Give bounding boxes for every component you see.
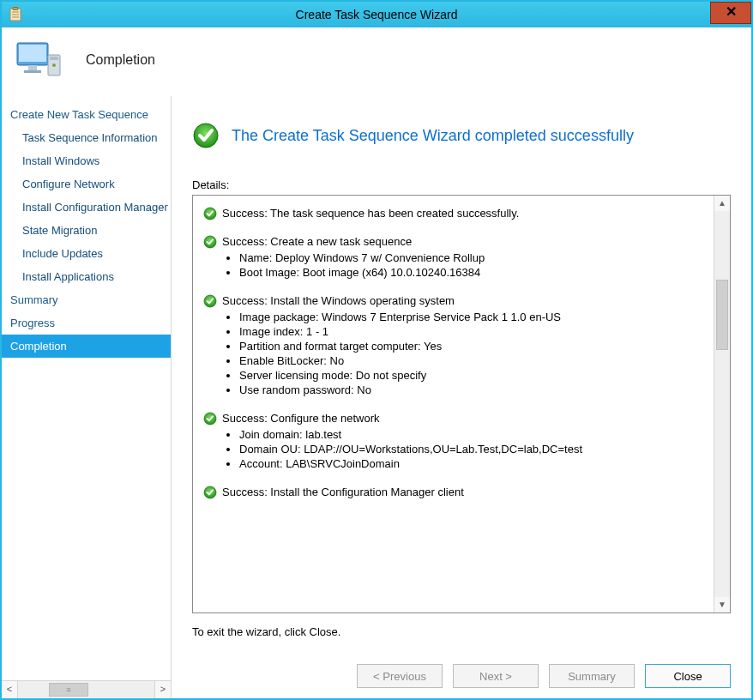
details-block-head: Success: Install the Windows operating s… <box>203 293 705 308</box>
previous-button[interactable]: < Previous <box>357 664 443 688</box>
check-icon <box>203 235 217 249</box>
sidebar-item[interactable]: Install Configuration Manager <box>2 196 171 219</box>
details-block: Success: Install the Windows operating s… <box>203 293 705 397</box>
svg-rect-1 <box>13 8 18 10</box>
details-block-head: Success: Install the Configuration Manag… <box>203 485 705 499</box>
wizard-window: Create Task Sequence Wizard ✕ Completion… <box>0 0 753 700</box>
details-block-item: Domain OU: LDAP://OU=Workstations,OU=Lab… <box>239 442 705 456</box>
details-label: Details: <box>192 178 731 191</box>
next-button[interactable]: Next > <box>453 664 539 688</box>
scroll-track[interactable] <box>714 211 730 597</box>
sidebar-item[interactable]: Progress <box>2 311 171 335</box>
details-block-item: Boot Image: Boot image (x64) 10.0.10240.… <box>239 265 705 280</box>
titlebar: Create Task Sequence Wizard ✕ <box>2 2 751 27</box>
sidebar-item[interactable]: Task Sequence Information <box>2 126 171 149</box>
scroll-thumb[interactable]: ≡ <box>49 683 88 697</box>
check-icon <box>203 486 217 499</box>
wizard-header: Completion <box>2 27 751 96</box>
sidebar-item[interactable]: Summary <box>2 288 171 311</box>
window-title: Create Task Sequence Wizard <box>2 8 751 21</box>
details-vscrollbar[interactable]: ▲ ▼ <box>714 196 730 612</box>
close-button[interactable]: Close <box>645 664 731 688</box>
app-icon <box>7 6 24 23</box>
sidebar-item[interactable]: Install Windows <box>2 149 171 172</box>
details-box: Success: The task sequence has been crea… <box>192 195 731 613</box>
details-block: Success: Configure the networkJoin domai… <box>203 411 705 471</box>
svg-point-11 <box>52 63 56 67</box>
window-close-button[interactable]: ✕ <box>710 2 751 24</box>
button-row: < Previous Next > Summary Close <box>192 638 731 688</box>
details-block-item: Image index: 1 - 1 <box>239 324 705 339</box>
sidebar-item[interactable]: Install Applications <box>2 265 171 288</box>
exit-message: To exit the wizard, click Close. <box>192 625 731 638</box>
monitor-icon <box>15 39 67 81</box>
details-block-list: Join domain: lab.testDomain OU: LDAP://O… <box>203 427 705 471</box>
sidebar-item[interactable]: Include Updates <box>2 242 171 265</box>
details-block-title: Success: Install the Configuration Manag… <box>222 485 464 499</box>
summary-button[interactable]: Summary <box>549 664 635 688</box>
details-block-item: Join domain: lab.test <box>239 427 705 442</box>
details-block-title: Success: The task sequence has been crea… <box>222 206 519 220</box>
details-block-list: Name: Deploy Windows 7 w/ Convenience Ro… <box>203 250 705 280</box>
scroll-track[interactable]: ≡ <box>18 681 154 698</box>
details-block-item: Partition and format target computer: Ye… <box>239 339 705 353</box>
svg-rect-8 <box>24 70 41 73</box>
success-message: The Create Task Sequence Wizard complete… <box>232 127 634 145</box>
scroll-right-arrow[interactable]: > <box>154 681 171 698</box>
details-block-title: Success: Configure the network <box>222 411 380 425</box>
main-panel: The Create Task Sequence Wizard complete… <box>172 96 751 698</box>
details-block-head: Success: The task sequence has been crea… <box>203 206 705 220</box>
details-content: Success: The task sequence has been crea… <box>193 196 714 612</box>
scroll-thumb[interactable] <box>716 280 728 350</box>
details-block-title: Success: Create a new task sequence <box>222 234 412 249</box>
details-block-list: Image package: Windows 7 Enterprise Serv… <box>203 310 705 397</box>
success-check-icon <box>192 122 220 149</box>
details-block-item: Name: Deploy Windows 7 w/ Convenience Ro… <box>239 250 705 265</box>
svg-rect-6 <box>19 45 46 62</box>
details-block-title: Success: Install the Windows operating s… <box>222 293 455 308</box>
sidebar-item[interactable]: Completion <box>2 335 171 358</box>
check-icon <box>203 412 217 425</box>
page-title: Completion <box>86 52 155 68</box>
sidebar-item[interactable]: Configure Network <box>2 172 171 196</box>
wizard-body: Create New Task SequenceTask Sequence In… <box>2 96 751 698</box>
details-block-head: Success: Create a new task sequence <box>203 234 705 249</box>
check-icon <box>203 207 217 220</box>
sidebar-item[interactable]: Create New Task Sequence <box>2 103 171 126</box>
details-block-item: Image package: Windows 7 Enterprise Serv… <box>239 310 705 324</box>
scroll-left-arrow[interactable]: < <box>2 681 18 698</box>
check-icon <box>203 294 217 308</box>
details-block: Success: The task sequence has been crea… <box>203 206 705 220</box>
details-block-item: Use random password: No <box>239 383 705 397</box>
details-block-item: Enable BitLocker: No <box>239 353 705 368</box>
success-banner: The Create Task Sequence Wizard complete… <box>192 122 731 149</box>
scroll-down-arrow[interactable]: ▼ <box>714 597 730 612</box>
sidebar: Create New Task SequenceTask Sequence In… <box>2 96 172 698</box>
scroll-up-arrow[interactable]: ▲ <box>714 196 730 211</box>
sidebar-item[interactable]: State Migration <box>2 219 171 242</box>
details-block-item: Server licensing mode: Do not specify <box>239 368 705 383</box>
details-block: Success: Install the Configuration Manag… <box>203 485 705 499</box>
details-block-item: Account: LAB\SRVCJoinDomain <box>239 456 705 471</box>
details-block-head: Success: Configure the network <box>203 411 705 425</box>
svg-rect-10 <box>50 57 58 60</box>
sidebar-list: Create New Task SequenceTask Sequence In… <box>2 96 171 680</box>
sidebar-hscrollbar[interactable]: < ≡ > <box>2 680 171 698</box>
details-block: Success: Create a new task sequenceName:… <box>203 234 705 280</box>
svg-rect-7 <box>28 65 37 70</box>
